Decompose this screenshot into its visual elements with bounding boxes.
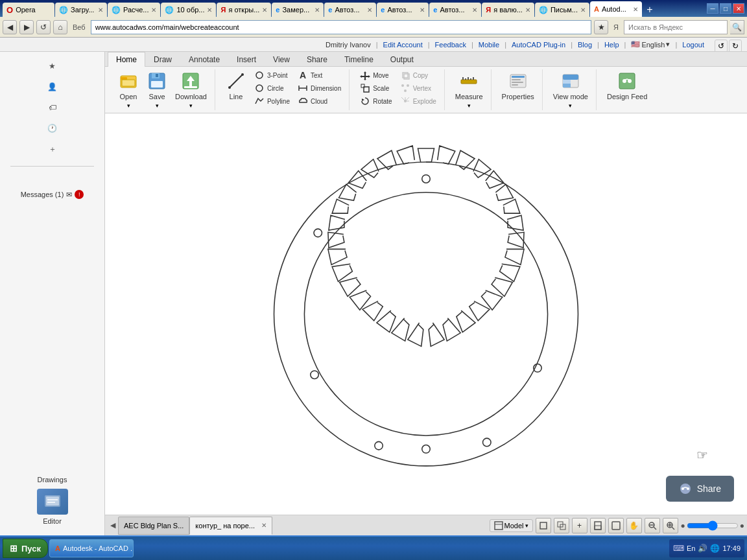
tab-close[interactable]: ✕ [472,6,477,14]
status-tool-1[interactable] [536,518,551,533]
file-tab-1[interactable]: AEC Bldg Plan S... [118,517,189,535]
zoom-in-button[interactable] [663,518,678,533]
drawing-canvas[interactable]: ☞ Share [105,113,747,515]
ribbon-move-button[interactable]: Move [357,69,394,81]
address-input[interactable] [91,20,591,34]
sidebar-icon-star[interactable]: ★ [43,57,62,75]
tab-close[interactable]: ✕ [151,6,156,14]
status-tool-2[interactable] [554,518,569,533]
nav-left[interactable]: ◀ [108,521,118,530]
ribbon-tab-timeline[interactable]: Timeline [336,52,382,67]
ribbon-polyline-button[interactable]: Polyline [252,95,292,107]
tab-pismo[interactable]: 🌐 Письм... ✕ [535,3,589,17]
minimize-button[interactable]: ─ [707,3,718,14]
go-button[interactable]: ★ [594,20,608,34]
feedback-link[interactable]: Feedback [435,41,466,49]
redo-button[interactable]: ↻ [729,40,742,52]
file-tab-close[interactable]: ✕ [261,522,267,529]
tab-10obr[interactable]: 🌐 10 обр... ✕ [161,3,216,17]
blog-link[interactable]: Blog [578,41,592,49]
maximize-button[interactable]: □ [720,3,731,14]
tab-close[interactable]: ✕ [314,6,320,14]
tab-autod[interactable]: A Autod... ✕ [590,1,642,17]
ribbon-line-button[interactable]: Line [223,69,249,102]
messages-label[interactable]: Messages (1) ✉ ! [21,190,84,199]
mobile-link[interactable]: Mobile [479,41,499,49]
language-selector[interactable]: 🇺🇸 English ▾ [631,40,670,49]
ribbon-tab-view[interactable]: View [265,52,298,67]
start-button[interactable]: ⊞ Пуск [3,539,48,558]
tab-close[interactable]: ✕ [633,6,638,13]
tab-otkry[interactable]: Я я откры... ✕ [217,3,271,17]
ribbon-3point-button[interactable]: 3-Point [252,69,292,81]
tab-close[interactable]: ✕ [525,6,530,14]
editor-item[interactable]: Editor [37,489,68,525]
status-tool-4[interactable] [590,518,606,533]
close-button[interactable]: ✕ [733,3,744,14]
pan-button[interactable]: ✋ [626,518,642,533]
ribbon-download-button[interactable]: Download ▾ [172,69,209,110]
sidebar-icon-user[interactable]: 👤 [43,78,62,96]
forward-button[interactable]: ▶ [19,20,34,34]
ribbon-text-button[interactable]: A Text [295,69,344,81]
open-chevron: ▾ [127,102,130,109]
ribbon-vertex-button[interactable]: Vertex [397,82,439,94]
ribbon-designfeed-button[interactable]: Design Feed [604,69,650,102]
sidebar-icon-clock[interactable]: 🕐 [43,119,62,137]
ribbon-dimension-button[interactable]: Dimension [295,82,344,94]
zoom-out-button[interactable] [645,518,660,533]
tab-close[interactable]: ✕ [98,6,103,14]
tab-close[interactable]: ✕ [207,6,212,14]
ribbon-rotate-button[interactable]: Rotate [357,95,394,107]
svg-rect-13 [184,86,197,88]
ribbon-measure-button[interactable]: Measure ▾ [453,69,486,110]
sidebar-icon-tag[interactable]: 🏷 [43,99,62,117]
ribbon-tab-output[interactable]: Output [382,52,422,67]
back-button[interactable]: ◀ [3,20,17,34]
tab-close[interactable]: ✕ [420,6,425,14]
logout-link[interactable]: Logout [682,41,704,49]
ribbon-tab-insert[interactable]: Insert [228,52,265,67]
taskbar-item-autocad[interactable]: A Autodesk - AutoCAD ... [49,539,134,557]
model-button[interactable]: Model ▾ [490,519,533,532]
tab-valyu[interactable]: Я я валю... ✕ [482,3,534,17]
plugin-link[interactable]: AutoCAD Plug-in [512,41,565,49]
ribbon-tab-draw[interactable]: Draw [145,52,180,67]
tab-rasche[interactable]: 🌐 Расче... ✕ [108,3,160,17]
tab-avtoz2[interactable]: e Автоз... ✕ [377,3,429,17]
ribbon-explode-button[interactable]: Explode [397,95,439,107]
tab-close[interactable]: ✕ [262,6,267,14]
ribbon-tab-home[interactable]: Home [108,52,145,67]
search-input[interactable] [624,20,728,34]
undo-button[interactable]: ↺ [715,40,728,52]
sidebar-icon-plus[interactable]: ＋ [43,140,62,158]
ribbon-open-button[interactable]: Open ▾ [115,69,141,110]
ribbon-scale-button[interactable]: Scale [357,82,394,94]
ribbon-tab-annotate[interactable]: Annotate [180,52,228,67]
ribbon-properties-button[interactable]: Properties [499,69,537,102]
ribbon-save-button[interactable]: Save ▾ [144,69,170,110]
tab-avtoz3[interactable]: e Автоз... ✕ [429,3,481,17]
home-button[interactable]: ⌂ [53,20,67,34]
tab-close[interactable]: ✕ [367,6,372,14]
tab-close[interactable]: ✕ [580,6,586,14]
tab-zamer[interactable]: e Замер... ✕ [272,3,324,17]
tab-avtoz1[interactable]: e Автоз... ✕ [324,3,376,17]
reload-button[interactable]: ↺ [36,20,51,34]
new-tab-button[interactable]: + [643,3,657,17]
zoom-slider[interactable] [687,520,739,531]
ribbon-viewmode-button[interactable]: View mode ▾ [551,69,591,110]
ribbon-tab-share[interactable]: Share [298,52,336,67]
status-tool-5[interactable] [608,518,624,533]
ribbon-circle-button[interactable]: Circle [252,82,292,94]
tab-zagr[interactable]: 🌐 Загру... ✕ [55,3,107,17]
help-link[interactable]: Help [604,41,619,49]
ribbon-cloud-button[interactable]: Cloud [295,95,344,107]
edit-account-link[interactable]: Edit Account [383,41,423,49]
share-button[interactable]: Share [666,476,734,502]
search-button[interactable]: 🔍 [730,20,744,34]
ribbon-copy-button[interactable]: Copy [397,69,439,81]
file-tab-2[interactable]: контур_ на поре... ✕ [189,517,272,535]
status-tool-3[interactable]: + [572,518,587,533]
tab-opera[interactable]: O Opera [3,3,54,17]
